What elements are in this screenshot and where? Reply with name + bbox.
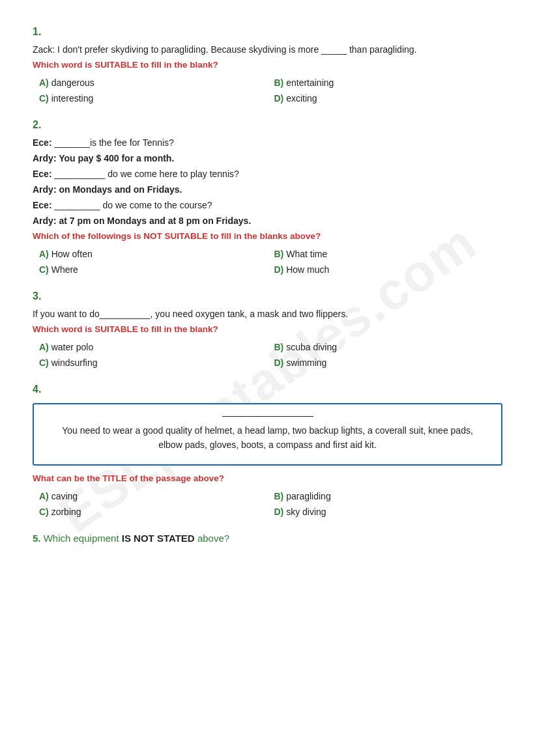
q4-prompt: What can be the TITLE of the passage abo… [33, 473, 502, 483]
q1-option-a-text: dangerous [51, 77, 94, 88]
q2-line-5: Ece: _________ do we come to the course? [33, 200, 502, 210]
q3-prompt: Which word is SUITABLE to fill in the bl… [33, 324, 502, 334]
q3-option-a[interactable]: A) water polo [39, 341, 268, 354]
q2-option-d-text: How much [286, 264, 329, 275]
q5-highlight: IS NOT STATED [122, 533, 195, 544]
q1-option-d[interactable]: D) exciting [274, 92, 503, 105]
q3-option-d-letter: D) [274, 357, 284, 368]
q1-option-d-letter: D) [274, 93, 284, 104]
q1-option-c-letter: C) [39, 93, 49, 104]
q1-option-b-text: entertaining [286, 77, 334, 88]
q4-option-d[interactable]: D) sky diving [274, 505, 503, 518]
q2-rest-2: You pay $ 400 for a month. [59, 153, 174, 163]
q2-option-a-text: How often [51, 249, 93, 259]
q1-option-c-text: interesting [51, 93, 94, 104]
q2-line-6: Ardy: at 7 pm on Mondays and at 8 pm on … [33, 216, 502, 226]
q4-option-b-text: paragliding [286, 491, 331, 501]
q3-option-c[interactable]: C) windsurfing [39, 356, 268, 369]
q2-rest-6: at 7 pm on Mondays and at 8 pm on Friday… [59, 216, 251, 226]
q4-option-a[interactable]: A) caving [39, 490, 268, 503]
q3-option-a-text: water polo [51, 342, 94, 352]
q1-option-b-letter: B) [274, 77, 284, 88]
q1-option-a-letter: A) [39, 77, 49, 88]
q3-option-b-letter: B) [274, 342, 284, 352]
question-4: 4. You need to wear a good quality of he… [33, 384, 502, 518]
q2-rest-4: on Mondays and on Fridays. [59, 184, 182, 195]
q1-prompt: Which word is SUITABLE to fill in the bl… [33, 60, 502, 70]
q1-sentence: Zack: I don't prefer skydiving to paragl… [33, 44, 502, 55]
q4-number: 4. [33, 384, 502, 395]
q2-rest-3: __________ do we come here to play tenni… [54, 169, 239, 179]
q2-line-1: Ece: _______is the fee for Tennis? [33, 137, 502, 148]
q4-option-b-letter: B) [274, 491, 284, 501]
q4-options: A) caving B) paragliding C) zorbing D) s… [39, 490, 502, 518]
q3-option-b-text: scuba diving [286, 342, 337, 352]
q2-option-b-letter: B) [274, 249, 284, 259]
q1-option-a[interactable]: A) dangerous [39, 76, 268, 89]
q3-option-d[interactable]: D) swimming [274, 356, 503, 369]
q3-option-d-text: swimming [286, 357, 326, 368]
q5-text-after: above? [197, 533, 229, 544]
q2-line-3: Ece: __________ do we come here to play … [33, 169, 502, 179]
q2-speaker-5: Ece: [33, 200, 52, 210]
q2-number: 2. [33, 119, 502, 131]
q5-text-before: Which equipment [44, 533, 122, 544]
q2-option-d-letter: D) [274, 264, 284, 275]
q2-option-b[interactable]: B) What time [274, 247, 503, 260]
q4-option-b[interactable]: B) paragliding [274, 490, 503, 503]
q1-option-d-text: exciting [286, 93, 317, 104]
q4-option-a-text: caving [51, 491, 78, 501]
q2-line-2: Ardy: You pay $ 400 for a month. [33, 153, 502, 163]
q5-line: 5. Which equipment IS NOT STATED above? [33, 533, 502, 544]
q2-option-b-text: What time [286, 249, 327, 259]
q2-speaker-2: Ardy: [33, 153, 59, 163]
q2-rest-5: _________ do we come to the course? [54, 200, 212, 210]
q4-option-c-text: zorbing [51, 507, 81, 517]
q3-option-b[interactable]: B) scuba diving [274, 341, 503, 354]
q2-options: A) How often B) What time C) Where D) Ho… [39, 247, 502, 276]
q4-option-c[interactable]: C) zorbing [39, 505, 268, 518]
q4-option-d-text: sky diving [286, 507, 326, 517]
q3-sentence: If you want to do__________, you need ox… [33, 309, 502, 319]
q3-option-a-letter: A) [39, 342, 49, 352]
q3-number: 3. [33, 290, 502, 302]
question-3: 3. If you want to do__________, you need… [33, 290, 502, 369]
q1-option-b[interactable]: B) entertaining [274, 76, 503, 89]
q4-box: You need to wear a good quality of helme… [33, 403, 502, 466]
q4-option-a-letter: A) [39, 491, 49, 501]
q2-option-c-text: Where [51, 264, 78, 275]
q5-number: 5. [33, 533, 41, 544]
q4-option-d-letter: D) [274, 507, 284, 517]
q2-prompt: Which of the followings is NOT SUITABLE … [33, 231, 502, 241]
q4-box-text: You need to wear a good quality of helme… [53, 423, 482, 453]
q3-option-c-letter: C) [39, 357, 49, 368]
q2-option-c-letter: C) [39, 264, 49, 275]
q2-speaker-3: Ece: [33, 169, 52, 179]
q2-option-a[interactable]: A) How often [39, 247, 268, 260]
q1-options: A) dangerous B) entertaining C) interest… [39, 76, 502, 105]
q4-box-line [222, 416, 313, 417]
q4-option-c-letter: C) [39, 507, 49, 517]
q1-option-c[interactable]: C) interesting [39, 92, 268, 105]
q2-rest-1: _______is the fee for Tennis? [54, 137, 173, 148]
q2-speaker-4: Ardy: [33, 184, 59, 195]
q2-option-c[interactable]: C) Where [39, 263, 268, 276]
question-5: 5. Which equipment IS NOT STATED above? [33, 533, 502, 544]
q3-option-c-text: windsurfing [51, 357, 98, 368]
q2-speaker-6: Ardy: [33, 216, 59, 226]
q2-option-d[interactable]: D) How much [274, 263, 503, 276]
question-2: 2. Ece: _______is the fee for Tennis? Ar… [33, 119, 502, 276]
q3-options: A) water polo B) scuba diving C) windsur… [39, 341, 502, 369]
q2-speaker-1: Ece: [33, 137, 52, 148]
q2-line-4: Ardy: on Mondays and on Fridays. [33, 184, 502, 195]
q1-number: 1. [33, 26, 502, 38]
question-1: 1. Zack: I don't prefer skydiving to par… [33, 26, 502, 105]
q2-option-a-letter: A) [39, 249, 49, 259]
